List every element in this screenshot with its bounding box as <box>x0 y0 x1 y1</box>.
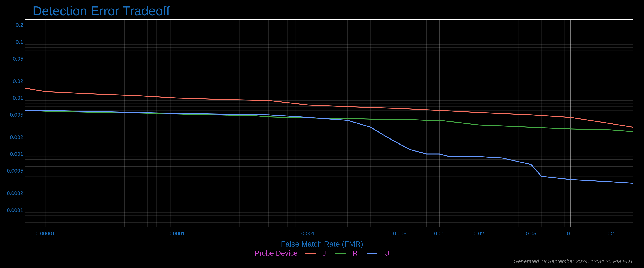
chart-title: Detection Error Tradeoff <box>32 3 170 18</box>
x-tick-label: 0.00001 <box>36 231 55 237</box>
legend-label-j: J <box>322 249 326 257</box>
y-tick-label: 0.0002 <box>4 190 23 196</box>
x-tick-label: 0.001 <box>301 231 315 237</box>
y-tick-label: 0.1 <box>4 39 23 45</box>
legend-label-u: U <box>384 249 389 257</box>
y-tick-label: 0.0001 <box>4 207 23 213</box>
x-tick-label: 0.05 <box>526 231 536 237</box>
y-tick-label: 0.005 <box>4 112 23 118</box>
y-tick-label: 0.002 <box>4 134 23 140</box>
curves-overlay <box>25 20 633 227</box>
y-tick-label: 0.05 <box>4 56 23 62</box>
curve-u <box>25 110 633 183</box>
y-tick-label: 0.2 <box>4 22 23 28</box>
x-tick-label: 0.005 <box>393 231 406 237</box>
legend-line-u <box>366 253 377 254</box>
y-tick-label: 0.01 <box>4 95 23 101</box>
x-tick-label: 0.01 <box>434 231 444 237</box>
x-tick-label: 0.1 <box>567 231 574 237</box>
y-tick-label: 0.02 <box>4 78 23 84</box>
x-tick-label: 0.02 <box>474 231 484 237</box>
legend-line-r <box>335 253 346 254</box>
y-tick-label: 0.001 <box>4 151 23 157</box>
svg-rect-135 <box>25 20 633 227</box>
x-tick-label: 0.0001 <box>168 231 185 237</box>
curve-r <box>25 110 633 132</box>
legend-line-j <box>305 253 316 254</box>
chart-container: Detection Error Tradeoff False Non-Match… <box>0 0 644 268</box>
generated-text: Generated 18 September 2024, 12:34:26 PM… <box>514 258 633 265</box>
legend: Probe Device J R U <box>255 249 389 257</box>
y-tick-label: 0.0005 <box>4 168 23 174</box>
curve-j <box>25 88 633 127</box>
x-tick-label: 0.2 <box>606 231 614 237</box>
legend-label-r: R <box>352 249 358 257</box>
x-axis-label: False Match Rate (FMR) <box>281 240 363 248</box>
legend-probe-device-label: Probe Device <box>255 249 298 257</box>
